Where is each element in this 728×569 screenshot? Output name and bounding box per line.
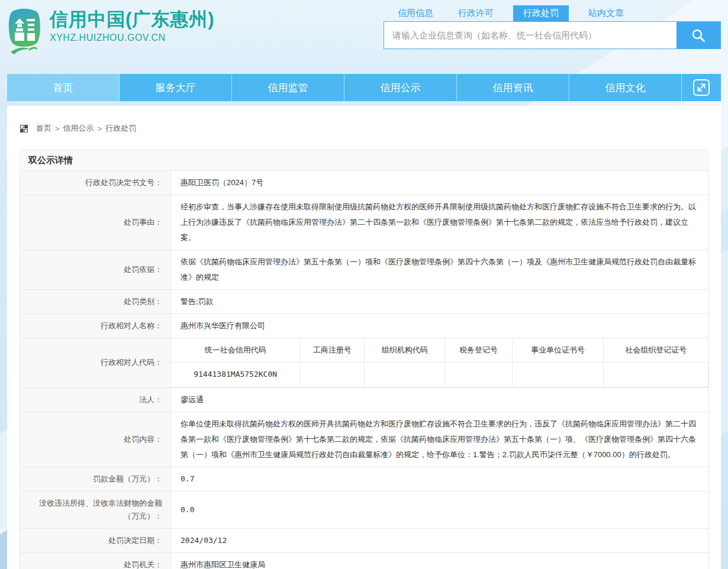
table-row-codes: 行政相对人代码： 统一社会信用代码 工商注册号 组织机构代码 税务登记号 事业单… (20, 338, 709, 388)
codes-value (512, 362, 603, 387)
row-value: 依据《抗菌药物临床应用管理办法》第五十条第（一）项和《医疗废物管理条例》第四十六… (171, 250, 709, 290)
grid-icon (20, 125, 28, 132)
tab-site-articles[interactable]: 站内文章 (583, 5, 629, 21)
row-label: 行政相对人名称： (20, 314, 171, 338)
nav-item-service-hall[interactable]: 服务大厅 (120, 74, 232, 101)
codes-value (445, 362, 512, 387)
row-value: 2024/03/12 (171, 528, 709, 552)
site-header: 信用中国(广东惠州) XYHZ.HUIZHOU.GOV.CN 信用信息 行政许可… (0, 0, 728, 74)
codes-header: 社会组织登记证号 (604, 338, 708, 362)
tab-admin-penalty[interactable]: 行政处罚 (513, 5, 569, 21)
detail-title: 双公示详情 (20, 149, 709, 170)
codes-value (604, 362, 708, 387)
table-row: 没收违法所得、没收非法财物的金额（万元）： 0.0 (20, 491, 709, 528)
expand-button[interactable] (682, 74, 721, 101)
codes-value (365, 362, 445, 387)
row-label: 处罚依据： (20, 250, 171, 290)
codes-header-row: 统一社会信用代码 工商注册号 组织机构代码 税务登记号 事业单位证书号 社会组织… (171, 338, 708, 362)
content-panel: 首页 > 信用公示 > 行政处罚 双公示详情 行政处罚决定书文号： 惠阳卫医罚（… (7, 106, 721, 569)
row-label: 行政处罚决定书文号： (20, 171, 171, 195)
row-label: 罚款金额（万元）： (20, 467, 171, 491)
breadcrumb-current: 行政处罚 (105, 123, 136, 134)
credit-seal-icon (6, 8, 43, 57)
table-row: 处罚事由： 经初步审查，当事人涉嫌存在使用未取得限制使用级抗菌药物处方权的医师开… (20, 195, 709, 250)
breadcrumb-separator: > (98, 124, 102, 133)
nav-item-credit-supervision[interactable]: 信用监管 (232, 74, 344, 101)
nav-item-credit-culture[interactable]: 信用文化 (569, 74, 682, 101)
breadcrumb-home[interactable]: 首页 (36, 123, 51, 134)
search-input[interactable] (384, 22, 677, 49)
tab-admin-license[interactable]: 行政许可 (453, 5, 499, 21)
row-label: 处罚决定日期： (20, 528, 171, 552)
expand-arrows-icon (692, 79, 710, 96)
codes-header: 税务登记号 (445, 338, 512, 362)
penalty-detail-section: 双公示详情 行政处罚决定书文号： 惠阳卫医罚（2024）7号 处罚事由： 经初步… (20, 149, 709, 569)
codes-table: 统一社会信用代码 工商注册号 组织机构代码 税务登记号 事业单位证书号 社会组织… (171, 338, 708, 387)
breadcrumb-separator: > (55, 124, 60, 133)
row-value: 0.0 (171, 491, 709, 528)
codes-value-row: 91441381MA5752KC0N (171, 362, 708, 387)
table-row: 处罚机关： 惠州市惠阳区卫生健康局 (20, 552, 709, 569)
codes-value: 91441381MA5752KC0N (171, 362, 300, 387)
site-domain: XYHZ.HUIZHOU.GOV.CN (50, 33, 215, 43)
codes-header: 事业单位证书号 (512, 338, 603, 362)
breadcrumb-credit-publicity[interactable]: 信用公示 (63, 123, 94, 134)
row-value: 你单位使用未取得抗菌药物处方权的医师开具抗菌药物处方和医疗废物贮存设施不符合卫生… (171, 412, 709, 467)
row-value: 惠州市兴华医疗有限公司 (171, 314, 709, 338)
search-button[interactable] (677, 22, 720, 49)
row-value: 0.7 (171, 467, 709, 491)
magnifier-icon (691, 28, 706, 43)
row-value: 惠州市惠阳区卫生健康局 (171, 552, 709, 569)
nav-item-credit-news[interactable]: 信用资讯 (457, 74, 569, 101)
table-row: 处罚依据： 依据《抗菌药物临床应用管理办法》第五十条第（一）项和《医疗废物管理条… (20, 250, 709, 290)
row-value: 惠阳卫医罚（2024）7号 (171, 171, 709, 195)
header-right: 信用信息 行政许可 行政处罚 站内文章 (384, 5, 721, 49)
detail-table: 行政处罚决定书文号： 惠阳卫医罚（2024）7号 处罚事由： 经初步审查，当事人… (20, 170, 709, 569)
table-row: 处罚类别： 警告;罚款 (20, 290, 709, 314)
main-nav: 首页 服务大厅 信用监管 信用公示 信用资讯 信用文化 (7, 74, 721, 101)
nav-item-credit-publicity[interactable]: 信用公示 (344, 74, 457, 101)
row-label: 没收违法所得、没收非法财物的金额（万元）： (20, 491, 171, 528)
codes-header: 统一社会信用代码 (171, 338, 300, 362)
site-title: 信用中国(广东惠州) (50, 8, 215, 31)
row-value: 廖远通 (171, 387, 709, 412)
search-bar (384, 21, 721, 49)
table-row: 处罚决定日期： 2024/03/12 (20, 528, 709, 552)
codes-value (300, 362, 365, 387)
table-row: 处罚内容： 你单位使用未取得抗菌药物处方权的医师开具抗菌药物处方和医疗废物贮存设… (20, 412, 709, 467)
row-label: 处罚机关： (20, 552, 171, 569)
codes-table-cell: 统一社会信用代码 工商注册号 组织机构代码 税务登记号 事业单位证书号 社会组织… (171, 338, 709, 388)
tab-credit-info[interactable]: 信用信息 (392, 5, 439, 21)
site-logo[interactable]: 信用中国(广东惠州) XYHZ.HUIZHOU.GOV.CN (6, 8, 215, 57)
row-value: 警告;罚款 (171, 290, 709, 314)
codes-header: 组织机构代码 (365, 338, 445, 362)
nav-item-home[interactable]: 首页 (7, 74, 120, 101)
row-value: 经初步审查，当事人涉嫌存在使用未取得限制使用级抗菌药物处方权的医师开具限制使用级… (171, 195, 709, 250)
table-row: 法人： 廖远通 (20, 387, 709, 412)
row-label: 处罚事由： (20, 195, 171, 250)
quick-tabs: 信用信息 行政许可 行政处罚 站内文章 (384, 5, 721, 21)
table-row: 行政处罚决定书文号： 惠阳卫医罚（2024）7号 (20, 171, 709, 195)
breadcrumb: 首页 > 信用公示 > 行政处罚 (7, 106, 721, 134)
table-row: 行政相对人名称： 惠州市兴华医疗有限公司 (20, 314, 709, 338)
row-label: 处罚类别： (20, 290, 171, 314)
codes-header: 工商注册号 (300, 338, 365, 362)
table-row: 罚款金额（万元）： 0.7 (20, 467, 709, 491)
row-label: 法人： (20, 387, 171, 412)
row-label: 行政相对人代码： (20, 338, 171, 388)
row-label: 处罚内容： (20, 412, 171, 467)
